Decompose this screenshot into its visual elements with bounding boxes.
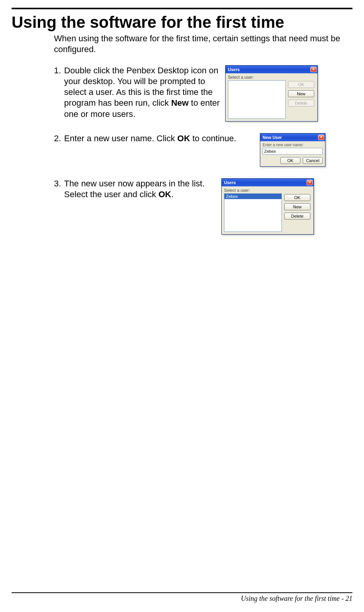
ok-button[interactable]: OK — [284, 194, 310, 201]
step-2: 2. Enter a new user name. Click OK to co… — [54, 133, 352, 167]
select-user-label: Select a user: — [224, 188, 311, 193]
users-title: Users — [228, 67, 240, 72]
step-1-number: 1. — [54, 65, 61, 120]
step-3: 3. The new user now appears in the list.… — [54, 178, 352, 235]
users-title: Users — [224, 180, 236, 185]
step-3-t2: . — [171, 189, 174, 199]
new-button[interactable]: New — [284, 203, 310, 210]
page-footer: Using the software for the first time - … — [12, 592, 352, 603]
step-3-t1: The new user now appears in the list. Se… — [64, 179, 204, 199]
step-2-t1: Enter a new user name. Click — [64, 134, 177, 143]
step-2-number: 2. — [54, 133, 61, 144]
step-1: 1. Double click the Penbex Desktop icon … — [54, 65, 352, 122]
new-user-titlebar[interactable]: New User × — [260, 134, 325, 141]
users-listbox[interactable]: Zebex — [224, 193, 282, 232]
intro-paragraph: When using the software for the first ti… — [54, 33, 352, 54]
users-dialog-selected: Users × Select a user: Zebex OK New Dele… — [221, 178, 314, 235]
top-rule — [12, 8, 352, 9]
step-1-body: Double click the Penbex Desktop icon on … — [64, 65, 220, 120]
step-2-bold: OK — [177, 134, 190, 143]
users-dialog-empty: Users × Select a user: OK New Delete — [225, 65, 318, 122]
footer-text: Using the software for the first time - … — [12, 595, 352, 603]
step-1-text: 1. Double click the Penbex Desktop icon … — [54, 65, 220, 120]
delete-button[interactable]: Delete — [284, 213, 310, 220]
step-2-t2: to continue. — [190, 134, 236, 143]
ok-button[interactable]: OK — [280, 157, 300, 164]
select-user-label: Select a user: — [228, 75, 315, 79]
step-2-body: Enter a new user name. Click OK to conti… — [64, 133, 236, 144]
new-button[interactable]: New — [288, 90, 314, 97]
new-user-dialog: New User × Enter a new user name: OK Can… — [260, 133, 325, 167]
users-body: Select a user: Zebex OK New Delete — [222, 186, 313, 234]
users-titlebar[interactable]: Users × — [226, 66, 317, 73]
new-user-body: Enter a new user name: OK Cancel — [260, 141, 325, 166]
delete-button[interactable]: Delete — [288, 100, 314, 107]
step-3-text: 3. The new user now appears in the list.… — [54, 178, 216, 200]
page-heading: Using the software for the first time — [12, 13, 352, 32]
close-icon[interactable]: × — [318, 135, 324, 140]
cancel-button[interactable]: Cancel — [303, 157, 323, 164]
users-listbox-empty[interactable] — [228, 80, 286, 119]
users-titlebar[interactable]: Users × — [222, 179, 313, 186]
step-1-bold: New — [171, 98, 189, 108]
username-input[interactable] — [263, 148, 323, 155]
step-3-bold: OK — [158, 189, 171, 199]
step-2-text: 2. Enter a new user name. Click OK to co… — [54, 133, 254, 144]
new-user-title: New User — [263, 135, 282, 140]
steps-list: 1. Double click the Penbex Desktop icon … — [54, 65, 352, 235]
list-item[interactable]: Zebex — [224, 194, 281, 199]
ok-button[interactable]: OK — [288, 81, 314, 88]
step-3-number: 3. — [54, 178, 61, 200]
close-icon[interactable]: × — [310, 67, 317, 72]
bottom-rule — [12, 592, 352, 593]
step-3-body: The new user now appears in the list. Se… — [64, 178, 216, 200]
close-icon[interactable]: × — [307, 180, 313, 185]
enter-name-label: Enter a new user name: — [263, 143, 323, 147]
users-body: Select a user: OK New Delete — [226, 73, 317, 121]
